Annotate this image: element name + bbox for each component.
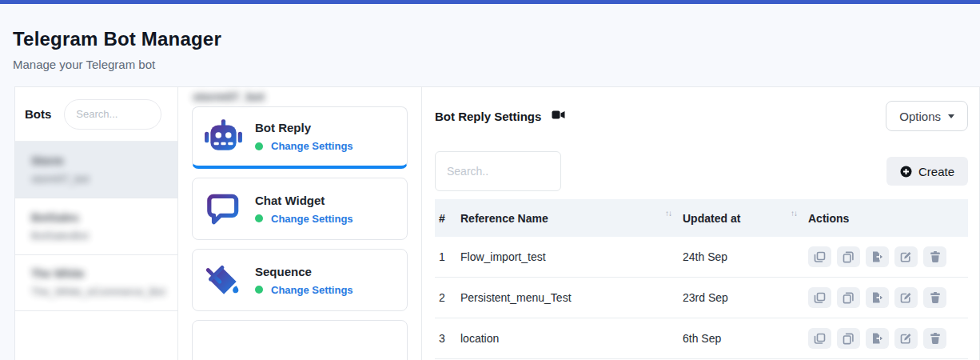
column-header-reference-name: Reference Name <box>460 212 548 225</box>
page-header: Telegram Bot Manager Manage your Telegra… <box>0 4 980 71</box>
selected-bot-title: storm07_bot <box>193 90 265 103</box>
bot-name: BotSales <box>31 211 177 224</box>
bot-username: storm07_bot <box>31 173 177 185</box>
features-column: storm07_bot Bot Reply Change Settings <box>178 87 422 360</box>
bots-header: Bots <box>15 87 177 142</box>
column-header-actions: Actions <box>808 212 968 225</box>
reference-search-input[interactable] <box>435 151 561 191</box>
copy-action-button[interactable] <box>808 328 831 349</box>
table-row: 2 Persistent_menu_Test 23rd Sep <box>435 278 968 318</box>
copy-action-button[interactable] <box>808 287 831 308</box>
export-action-button[interactable] <box>866 328 889 349</box>
duplicate-action-button[interactable] <box>837 328 860 349</box>
change-settings-link[interactable]: Change Settings <box>271 213 353 225</box>
page-title: Telegram Bot Manager <box>13 28 980 50</box>
feature-card-partial[interactable] <box>192 320 408 360</box>
feature-card-bot-reply[interactable]: Bot Reply Change Settings <box>192 106 408 169</box>
copy-action-button[interactable] <box>808 246 831 267</box>
feature-cards: Bot Reply Change Settings Chat Widget Ch… <box>178 105 421 360</box>
status-dot <box>255 286 263 294</box>
reference-name-cell: Flow_import_test <box>460 250 683 263</box>
updated-at-cell: 6th Sep <box>683 332 808 345</box>
bot-username: The_White_eCommerce_Bot <box>31 286 177 298</box>
bot-list-item[interactable] <box>15 311 177 360</box>
bot-list-item[interactable]: The White The_White_eCommerce_Bot <box>15 255 177 312</box>
chevron-down-icon <box>948 114 954 118</box>
feature-card-label: Sequence <box>255 265 353 278</box>
features-header: storm07_bot <box>178 87 421 105</box>
sort-icon[interactable]: ↑↓ <box>665 209 671 218</box>
bot-name: The White <box>31 267 177 280</box>
bots-search-input[interactable] <box>64 99 161 130</box>
edit-action-button[interactable] <box>894 328 918 349</box>
edit-action-button[interactable] <box>894 246 918 267</box>
create-button[interactable]: Create <box>886 157 968 186</box>
settings-header: Bot Reply Settings Options <box>435 101 968 131</box>
change-settings-link[interactable]: Change Settings <box>271 140 353 152</box>
table-row: 1 Flow_import_test 24th Sep <box>435 237 968 278</box>
duplicate-action-button[interactable] <box>837 287 860 308</box>
duplicate-action-button[interactable] <box>837 246 860 267</box>
bots-sidebar: Bots Storm storm07_bot BotSales BotSales… <box>15 87 178 360</box>
table-row: 3 location 6th Sep <box>435 318 968 359</box>
status-dot <box>255 142 263 150</box>
bots-title: Bots <box>25 107 51 121</box>
reference-name-cell: location <box>460 332 683 345</box>
bot-list-item[interactable]: BotSales BotSalesBot <box>15 198 177 255</box>
plus-circle-icon <box>900 166 912 178</box>
bot-username: BotSalesBot <box>31 230 177 242</box>
bot-list-item[interactable]: Storm storm07_bot <box>15 142 177 198</box>
delete-action-button[interactable] <box>923 328 946 349</box>
edit-action-button[interactable] <box>894 287 918 308</box>
table-header-row: # Reference Name ↑↓ Updated at ↑↓ Action… <box>435 199 968 237</box>
column-header-updated-at: Updated at <box>683 212 740 225</box>
export-action-button[interactable] <box>866 287 889 308</box>
export-action-button[interactable] <box>866 246 889 267</box>
status-dot <box>255 214 263 222</box>
reference-name-cell: Persistent_menu_Test <box>460 291 683 304</box>
create-button-label: Create <box>918 165 954 178</box>
sort-icon[interactable]: ↑↓ <box>791 209 797 218</box>
video-camera-icon <box>552 109 565 123</box>
change-settings-link[interactable]: Change Settings <box>271 284 353 296</box>
updated-at-cell: 24th Sep <box>683 250 808 263</box>
paint-bucket-icon <box>202 259 244 301</box>
delete-action-button[interactable] <box>923 246 946 267</box>
options-button-label: Options <box>899 110 941 123</box>
chat-bubble-icon <box>202 188 244 230</box>
updated-at-cell: 23rd Sep <box>683 291 808 304</box>
feature-card-sequence[interactable]: Sequence Change Settings <box>192 249 408 311</box>
settings-toolbar: Create <box>435 151 968 191</box>
main-panel: Bots Storm storm07_bot BotSales BotSales… <box>14 86 980 360</box>
settings-title: Bot Reply Settings <box>435 110 541 123</box>
delete-action-button[interactable] <box>923 287 946 308</box>
row-number: 2 <box>439 291 460 304</box>
row-number: 3 <box>439 332 460 345</box>
settings-column: Bot Reply Settings Options Create # <box>422 87 979 360</box>
feature-card-chat-widget[interactable]: Chat Widget Change Settings <box>192 178 408 240</box>
page-subtitle: Manage your Telegram bot <box>13 58 980 71</box>
options-button[interactable]: Options <box>886 101 968 131</box>
reference-table: # Reference Name ↑↓ Updated at ↑↓ Action… <box>435 199 968 359</box>
column-header-num: # <box>439 212 460 225</box>
row-number: 1 <box>439 250 460 263</box>
bot-name: Storm <box>31 154 177 167</box>
feature-card-label: Chat Widget <box>255 194 353 207</box>
robot-icon <box>202 116 244 158</box>
feature-card-label: Bot Reply <box>255 121 353 134</box>
